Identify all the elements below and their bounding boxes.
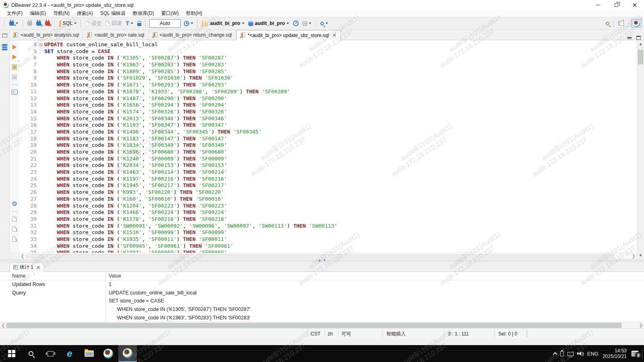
code-line-11[interactable]: 11 WHEN store_code IN ('K1878', 'K1933',… [19,88,637,95]
dbeaver-taskbar-button[interactable] [99,345,118,362]
disconnect-button[interactable]: ✕ [43,20,52,27]
new-connection-button[interactable]: + [8,20,20,27]
result-row-2[interactable]: SET store_code = CASE [0,297,644,305]
code-line-34[interactable]: 34 WHEN store_code IN ('SF00945', 'SF009… [19,243,637,250]
code-line-17[interactable]: 17 WHEN store_code IN ('K1496', 'SF00344… [19,129,637,136]
editor-results-sash[interactable]: ▲ ▼ [0,259,644,262]
file-explorer-button[interactable] [80,345,98,362]
transaction-log-button[interactable]: T [124,20,135,27]
result-row-1[interactable]: QueryUPDATE custom_online_sale_bill_loca… [0,289,644,297]
task-view-button[interactable] [41,345,60,362]
result-row-3[interactable]: WHEN store_code IN ('K1305', 'SF00287') … [0,305,644,314]
menu-item-1[interactable]: 编辑(E) [26,10,50,17]
code-line-27[interactable]: 27 WHEN store_code IN ('K160', 'SF00010'… [19,196,637,203]
editor-tab-2[interactable]: <audit_bi_pro> return_change.sql [149,30,236,40]
status-item-1[interactable]: zh [328,329,333,339]
connection-selector[interactable]: audit_bi_pro [200,19,246,27]
internet-explorer-button[interactable]: e [60,345,79,362]
status-item-3[interactable]: 智能插入 [386,329,406,339]
column-header-value[interactable]: Value [105,273,644,279]
column-divider[interactable] [105,272,106,322]
code-line-18[interactable]: 18 WHEN store_code IN ('K1183', 'SF00147… [19,136,637,142]
database-selector[interactable]: audit_bi_pro [247,19,291,27]
scroll-right-arrow[interactable]: ❯ [638,323,644,328]
code-line-14[interactable]: 14 WHEN store_code IN ('K1574', 'SF00326… [19,109,637,115]
scrollbar-thumb[interactable] [26,254,614,258]
volume-tray-icon[interactable]: )) [577,352,584,356]
quick-access-search[interactable] [604,21,611,27]
code-line-29[interactable]: 29 WHEN store_code IN ('K1466', 'SF00224… [19,209,637,216]
code-line-16[interactable]: 16 WHEN store_code IN ('K1103', 'SF00347… [19,122,637,129]
code-line-35[interactable]: 35 WHEN store_code IN ('K1993', 'SF00069… [19,249,637,253]
code-line-33[interactable]: 33 WHEN store_code IN ('K1935', 'SF00011… [19,236,637,243]
execute-script-button[interactable] [11,64,18,70]
statistics-tab[interactable]: 统计 1 ✕ [10,263,44,272]
status-item-2[interactable]: 可写 [341,329,351,339]
code-line-20[interactable]: 20 WHEN store_code IN ('K1696', 'SF00680… [19,149,637,156]
scroll-left-arrow[interactable]: ❮ [19,253,26,259]
database-navigator-icon[interactable] [2,44,8,51]
network-tray-icon[interactable] [568,351,574,356]
code-line-15[interactable]: 15 WHEN store_code IN ('K2013', 'SF00346… [19,115,637,122]
start-button[interactable] [2,345,21,362]
editor-tab-3[interactable]: *<audit_bi_pro> update_sbz_store.sql✕ [236,30,341,40]
menu-item-6[interactable]: 窗口(W) [158,10,182,17]
action-center-button[interactable]: 8 [632,351,638,356]
code-line-7[interactable]: 7 WHEN store_code IN ('K1963', 'SF00283'… [19,62,637,68]
execute-new-tab-button[interactable] [11,54,18,60]
code-line-10[interactable]: 10 WHEN store_code IN ('K1671', 'SF00293… [19,82,637,88]
sash-up-arrow[interactable]: ▲ [318,259,321,262]
dbeaver-perspective-button[interactable] [631,19,642,28]
code-line-8[interactable]: 8 WHEN store_code IN ('K1809', 'SF00285'… [19,68,637,75]
connect-button[interactable] [26,20,34,27]
lock-button[interactable] [136,20,143,27]
fold-marker-icon[interactable] [39,41,44,48]
code-line-21[interactable]: 21 WHEN store_code IN ('K1240', 'SF00009… [19,156,637,162]
menu-item-7[interactable]: 帮助(H) [182,10,206,17]
code-line-25[interactable]: 25 WHEN store_code IN ('K1945', 'SF00217… [19,182,637,189]
column-header-name[interactable]: Name [0,273,105,279]
explain-plan-button[interactable] [11,74,18,80]
results-horizontal-scrollbar[interactable]: ❮ ❯ [0,322,644,328]
editor-horizontal-scrollbar[interactable]: ❮ ❯ [19,253,637,259]
open-perspective-button[interactable] [617,20,625,27]
menu-item-2[interactable]: 导航(N) [50,10,73,17]
scroll-up-arrow[interactable]: ▲ [637,42,644,46]
maximize-editor-icon[interactable] [636,36,641,40]
menu-item-5[interactable]: 数据库(D) [129,10,158,17]
editor-vertical-scrollbar[interactable]: ▲ ▼ [637,40,644,259]
restore-view-icon[interactable] [2,33,7,37]
code-line-32[interactable]: 32 WHEN store_code IN ('K1510', 'SF00099… [19,229,637,236]
reconnect-button[interactable]: ↻ [35,20,43,27]
show-errors-button[interactable]: ! [11,226,18,232]
code-line-30[interactable]: 30 WHEN store_code IN ('K1178', 'SF00218… [19,216,637,223]
compile-button[interactable] [301,20,313,27]
status-item-4[interactable]: 3 : 1 : 111 [448,329,469,339]
window-restore-button[interactable] [607,0,625,10]
minimize-editor-icon[interactable] [627,37,632,39]
code-line-13[interactable]: 13 WHEN store_code IN ('K1656', 'SF00294… [19,102,637,109]
code-line-4[interactable]: 4UPDATE custom_online_sale_bill_local [19,41,637,48]
result-row-0[interactable]: Updated Rows1 [0,280,644,289]
result-row-4[interactable]: WHEN store_code IN ('K1963', 'SF00283') … [0,313,644,322]
close-icon[interactable]: ✕ [36,265,40,270]
taskbar-clock[interactable]: 14:53 2025/10/21 [603,348,627,359]
search-button[interactable] [319,21,330,27]
editor-tab-1[interactable]: <audit_bi_pro> sale.sql [83,30,149,40]
code-line-5[interactable]: 5SET store_code = CASE [19,48,637,55]
code-line-26[interactable]: 26 WHEN store_code IN ('K993', 'SF00220'… [19,189,637,196]
open-console-button[interactable]: >_ [11,89,18,95]
close-icon[interactable]: ✕ [332,32,336,38]
show-statistics-button[interactable]: ≡ [11,236,18,242]
show-desktop-button[interactable] [642,348,642,359]
window-minimize-button[interactable] [588,0,607,10]
execute-statement-button[interactable] [11,44,18,50]
export-result-button[interactable]: → [11,216,18,222]
editor-settings-button[interactable]: ⚙ [11,201,18,207]
menu-item-0[interactable]: 文件(F) [3,10,26,17]
rollback-button[interactable]: 回滚 [104,19,123,28]
editor-tab-0[interactable]: <audit_bi_pro> analysis.sql [10,30,83,40]
usb-tray-icon[interactable] [560,351,564,356]
transaction-history-button[interactable] [182,20,195,27]
code-line-28[interactable]: 28 WHEN store_code IN ('K1204', 'SF00223… [19,203,637,210]
